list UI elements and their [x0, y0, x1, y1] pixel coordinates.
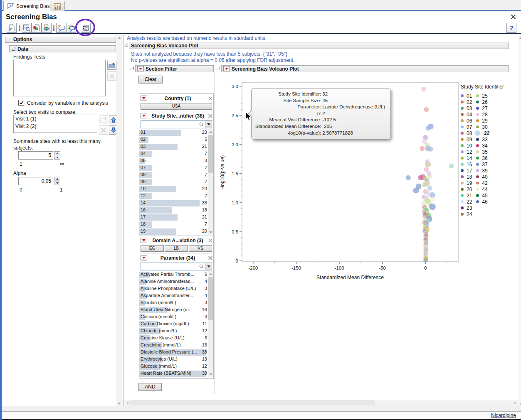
remove-findings-button[interactable] [107, 71, 116, 81]
parameter-row[interactable]: Erythrocytes (U/L)13 [139, 356, 208, 363]
legend-entry[interactable]: 03 [461, 105, 472, 111]
scroll-up-icon[interactable] [208, 271, 213, 277]
site-row[interactable]: 077 [139, 165, 208, 172]
add-findings-button[interactable] [107, 61, 116, 70]
save-report-button[interactable] [7, 23, 17, 33]
legend-entry[interactable]: 40 [476, 174, 489, 180]
legend-entry[interactable]: 04 [461, 111, 472, 118]
parameter-row[interactable]: Calcium (mmol/L)3 [139, 314, 208, 321]
legend-entry[interactable]: 42 [476, 180, 489, 186]
legend-entry[interactable]: 21 [461, 192, 472, 199]
red-menu-icon[interactable] [141, 113, 147, 118]
scroll-up-icon[interactable] [116, 35, 122, 40]
volcano-plot-header[interactable]: Screening Bias Volcano Plot [129, 42, 509, 49]
search-dropdown-icon[interactable] [205, 263, 212, 270]
legend-entry[interactable]: 12 [461, 149, 472, 155]
remove-filter-icon[interactable] [208, 238, 212, 242]
disclosure-triangle-icon[interactable] [216, 66, 220, 71]
new-note-button[interactable] [56, 23, 66, 33]
legend-entry[interactable]: 07 [461, 124, 472, 130]
parameter-row[interactable]: Blood Urea Nitrogen (m...16 [139, 307, 208, 314]
legend-entry[interactable]: 33 [476, 136, 489, 142]
parameter-row[interactable]: Creatine Kinase (U/L)6 [139, 335, 208, 342]
section-filter-header[interactable]: Section Filter [135, 65, 214, 72]
site-row[interactable]: 087 [139, 172, 208, 179]
legend-entry[interactable]: 23 [461, 205, 472, 211]
remove-filter-icon[interactable] [208, 256, 212, 260]
site-row[interactable]: 063 [139, 157, 208, 165]
legend-entry[interactable]: 18 [461, 174, 472, 180]
legend-entry[interactable]: 22 [461, 199, 472, 205]
visit-item[interactable]: Visit 2 (2) [14, 123, 97, 130]
legend-entry[interactable]: 10 [461, 142, 472, 149]
disclosure-triangle-icon[interactable] [130, 66, 134, 71]
legend-entry[interactable]: 06 [461, 118, 472, 124]
layout-report-button[interactable] [32, 23, 42, 33]
and-filter-button[interactable]: AND [138, 383, 162, 391]
subjects-input[interactable] [18, 151, 53, 160]
scroll-left-icon[interactable] [124, 400, 130, 406]
legend-entry[interactable]: 36 [476, 155, 489, 161]
close-icon[interactable] [511, 14, 516, 20]
spin-down-icon[interactable] [54, 156, 60, 160]
clear-filter-button[interactable]: Clear [138, 76, 163, 84]
parameter-filter-header[interactable]: Parameter (34) [139, 253, 213, 262]
red-menu-icon[interactable] [141, 255, 147, 260]
parameter-row[interactable]: Chloride (mmol/L)12 [139, 328, 208, 335]
scroll-down-icon[interactable] [208, 230, 213, 235]
options-header[interactable]: Options [5, 36, 116, 43]
parameter-row[interactable]: Heart Rate (BEATS/MIN)38 [139, 370, 208, 377]
legend-entry[interactable]: 01 [461, 93, 472, 99]
legend-entry[interactable]: 32 [476, 130, 489, 136]
red-menu-icon[interactable] [223, 66, 230, 71]
remove-filter-icon[interactable] [208, 96, 212, 100]
site-row[interactable]: 047 [139, 150, 208, 157]
parameter-row[interactable]: Alanine Aminotransferas...4 [139, 278, 208, 285]
legend-entry[interactable]: 16 [461, 161, 472, 167]
legend-entry[interactable]: 29 [476, 118, 489, 124]
options-scrollbar[interactable] [116, 35, 122, 406]
legend-entry[interactable]: 34 [476, 142, 489, 149]
domain-value-button[interactable]: LB [165, 245, 188, 252]
volcano-subpanel-header[interactable]: Screening Bias Volcano Plot [221, 65, 509, 72]
web-report-button[interactable] [42, 23, 52, 33]
tab-chart[interactable] [50, 1, 65, 11]
site-row[interactable]: 1020 [139, 186, 208, 193]
search-dropdown-icon[interactable] [205, 120, 212, 128]
domain-filter-header[interactable]: Domain A...viation (3) [139, 236, 213, 245]
scroll-thumb[interactable] [208, 135, 213, 173]
domain-value-button[interactable]: VS [189, 245, 212, 252]
legend-entry[interactable]: 37 [476, 161, 489, 167]
spin-up-icon[interactable] [54, 177, 60, 181]
parameter-scrollbar[interactable] [208, 271, 213, 377]
spin-down-icon[interactable] [54, 182, 60, 186]
parameter-row[interactable]: Creatinine (mmol/L)13 [139, 342, 208, 349]
scroll-down-icon[interactable] [519, 401, 521, 406]
spin-up-icon[interactable] [54, 151, 60, 155]
legend-entry[interactable]: 30 [476, 124, 489, 130]
parameter-row[interactable]: Carbon Dioxide (mg/dL)11 [139, 321, 208, 328]
site-row[interactable]: 1920 [139, 228, 208, 235]
site-row[interactable]: 127 [139, 193, 208, 200]
remove-visit-button[interactable] [99, 125, 108, 135]
parameter-row[interactable]: Alkaline Phosphatase (U/L)3 [139, 285, 208, 292]
scroll-thumb[interactable] [208, 277, 213, 320]
legend-entry[interactable]: 19 [461, 180, 472, 186]
legend-entry[interactable]: 46 [476, 199, 489, 205]
red-menu-icon[interactable] [137, 66, 144, 71]
scroll-thumb[interactable] [130, 400, 375, 405]
legend-entry[interactable]: 17 [461, 167, 472, 174]
legend-entry[interactable]: 28 [476, 111, 489, 118]
disclosure-triangle-icon[interactable] [124, 43, 128, 47]
site-row[interactable]: 1433 [139, 200, 208, 207]
findings-tests-listbox[interactable] [13, 60, 106, 96]
study-link[interactable]: Nicardipine [491, 413, 516, 418]
scroll-down-icon[interactable] [116, 401, 122, 406]
parameter-row[interactable]: Activated Partial Thromb...6 [139, 271, 208, 278]
legend-entry[interactable]: 26 [476, 99, 489, 105]
visits-listbox[interactable]: Visit 1 (1)Visit 2 (2) [13, 115, 97, 133]
site-row[interactable]: 1618 [139, 207, 208, 214]
domain-value-button[interactable]: EG [141, 245, 164, 252]
legend-entry[interactable]: 14 [461, 155, 472, 161]
parameter-row[interactable]: Diastolic Blood Pressure (...38 [139, 349, 208, 356]
